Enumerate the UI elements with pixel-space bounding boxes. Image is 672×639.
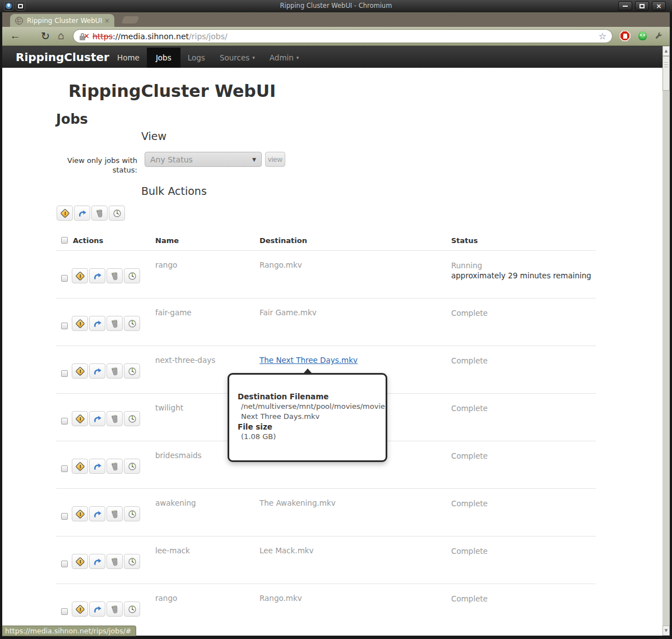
- row-retry-button[interactable]: [89, 363, 105, 379]
- job-name: fair-game: [155, 308, 192, 317]
- row-delete-button[interactable]: [106, 316, 123, 331]
- extension-button-green[interactable]: [636, 30, 648, 42]
- job-destination-link[interactable]: The Next Three Days.mkv: [259, 356, 358, 365]
- row-warning-button[interactable]: !: [72, 601, 88, 617]
- row-delete-button[interactable]: [106, 268, 123, 283]
- status-filter-select[interactable]: Any Status ▼: [145, 152, 262, 167]
- row-retry-button[interactable]: [89, 601, 105, 617]
- scrollbar-grip: [664, 62, 668, 69]
- settings-wrench-button[interactable]: [652, 30, 665, 42]
- redo-arrow-icon: [93, 367, 102, 376]
- url-path: /rips/jobs/: [189, 32, 228, 41]
- row-checkbox[interactable]: [61, 465, 68, 472]
- forward-button[interactable]: →: [24, 29, 38, 43]
- redo-arrow-icon: [93, 510, 102, 519]
- row-retry-button[interactable]: [89, 554, 105, 569]
- nav-item-admin[interactable]: Admin ▾: [262, 48, 307, 68]
- minimize-button[interactable]: [618, 1, 632, 11]
- row-warning-button[interactable]: !: [72, 506, 88, 521]
- scroll-up-button[interactable]: ▲: [662, 46, 670, 56]
- row-checkbox[interactable]: [61, 418, 68, 425]
- row-delete-button[interactable]: [106, 411, 123, 426]
- row-delete-button[interactable]: [106, 363, 123, 379]
- table-row: ! awakening The Awakening.mkv Complete: [56, 488, 596, 536]
- redo-arrow-icon: [93, 557, 102, 566]
- bulk-delete-button[interactable]: [91, 206, 108, 221]
- scroll-down-button[interactable]: ▼: [662, 626, 670, 636]
- row-warning-button[interactable]: !: [72, 316, 88, 331]
- home-button[interactable]: ⌂: [54, 29, 68, 43]
- warning-diamond-icon: !: [75, 366, 85, 376]
- row-retry-button[interactable]: [89, 268, 105, 283]
- header-actions: Actions: [73, 236, 103, 245]
- row-checkbox[interactable]: [61, 323, 68, 329]
- tab-close-icon[interactable]: ×: [104, 17, 110, 25]
- address-bar[interactable]: ✕ https://media.sihnon.net/rips/jobs/ ☆: [73, 29, 613, 43]
- row-schedule-button[interactable]: [124, 459, 140, 474]
- view-button[interactable]: view: [265, 152, 285, 167]
- row-delete-button[interactable]: [106, 459, 123, 474]
- warning-diamond-icon: !: [75, 509, 85, 519]
- vertical-scrollbar[interactable]: ▲ ▼: [662, 46, 670, 636]
- row-checkbox[interactable]: [61, 370, 68, 377]
- reload-button[interactable]: ↻: [38, 29, 53, 43]
- job-status: Complete: [451, 356, 595, 366]
- select-all-checkbox[interactable]: [61, 237, 68, 244]
- row-warning-button[interactable]: !: [72, 554, 88, 569]
- bulk-retry-button[interactable]: [74, 206, 90, 221]
- row-retry-button[interactable]: [89, 411, 105, 426]
- row-retry-button[interactable]: [89, 459, 105, 474]
- row-schedule-button[interactable]: [124, 316, 140, 331]
- clock-icon: [128, 462, 137, 471]
- row-delete-button[interactable]: [106, 601, 123, 617]
- maximize-button[interactable]: [635, 1, 649, 11]
- bulk-warning-button[interactable]: !: [57, 206, 73, 221]
- row-schedule-button[interactable]: [124, 554, 140, 569]
- bulk-actions-legend: Bulk Actions: [141, 185, 207, 197]
- row-checkbox[interactable]: [61, 513, 68, 520]
- row-schedule-button[interactable]: [124, 363, 140, 379]
- row-retry-button[interactable]: [89, 506, 105, 521]
- job-name: twilight: [155, 403, 183, 412]
- row-schedule-button[interactable]: [124, 268, 140, 283]
- close-icon: ×: [656, 3, 661, 10]
- row-warning-button[interactable]: !: [72, 268, 88, 283]
- adblock-extension-button[interactable]: [619, 30, 631, 42]
- bulk-schedule-button[interactable]: [109, 206, 125, 221]
- row-warning-button[interactable]: !: [72, 363, 88, 379]
- clock-icon: [128, 272, 137, 281]
- row-checkbox[interactable]: [61, 275, 68, 282]
- bookmark-star-icon[interactable]: ☆: [599, 31, 606, 41]
- redo-arrow-icon: [93, 462, 102, 471]
- nav-item-home[interactable]: Home: [110, 48, 147, 68]
- scrollbar-thumb[interactable]: [662, 56, 670, 91]
- warning-diamond-icon: !: [75, 414, 85, 423]
- row-warning-button[interactable]: !: [72, 459, 88, 474]
- row-delete-button[interactable]: [106, 554, 123, 569]
- row-warning-button[interactable]: !: [72, 411, 88, 426]
- close-button[interactable]: ×: [652, 1, 666, 11]
- browser-tab[interactable]: Ripping Cluster WebUI ×: [10, 14, 114, 27]
- nav-item-sources[interactable]: Sources ▾: [212, 48, 262, 68]
- clock-icon: [128, 510, 137, 519]
- navbar-brand[interactable]: RippingCluster: [16, 50, 109, 64]
- warning-diamond-icon: !: [75, 461, 85, 471]
- trash-icon: [110, 557, 119, 566]
- nav-item-logs[interactable]: Logs: [180, 48, 212, 68]
- row-schedule-button[interactable]: [124, 601, 140, 617]
- row-checkbox[interactable]: [61, 608, 68, 615]
- new-tab-button[interactable]: [121, 16, 139, 24]
- row-retry-button[interactable]: [89, 316, 105, 331]
- row-checkbox[interactable]: [61, 561, 68, 567]
- trash-icon: [95, 209, 104, 218]
- redo-arrow-icon: [93, 272, 102, 281]
- row-schedule-button[interactable]: [124, 506, 140, 521]
- job-name: awakening: [155, 498, 196, 507]
- trash-icon: [110, 272, 119, 281]
- nav-item-jobs[interactable]: Jobs: [147, 48, 180, 68]
- jobs-heading: Jobs: [56, 111, 88, 127]
- row-delete-button[interactable]: [106, 506, 123, 521]
- insecure-lock-icon[interactable]: ✕: [79, 32, 90, 41]
- back-button[interactable]: ←: [8, 29, 22, 43]
- row-schedule-button[interactable]: [124, 411, 140, 426]
